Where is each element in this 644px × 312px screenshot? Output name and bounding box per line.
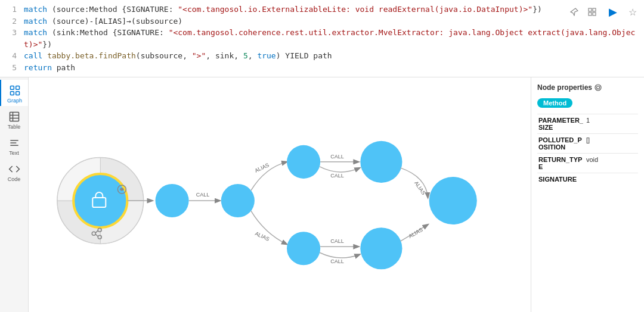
svg-text:CALL: CALL — [330, 258, 344, 264]
prop-key-2: RETURN_TYPE — [537, 154, 585, 173]
svg-text:CALL: CALL — [330, 238, 344, 244]
code-content-2: match (source)-[ALIAS]→(subsource) — [24, 15, 639, 27]
svg-rect-5 — [16, 86, 19, 90]
code-content-5: return path — [24, 62, 639, 74]
code-editor: ▶ ☆ 1match (source:Method {SIGNATURE: "<… — [0, 0, 644, 77]
svg-point-38 — [360, 141, 402, 183]
properties-table: PARAMETER_SIZE1POLLUTED_POSITION[]RETURN… — [537, 114, 638, 185]
svg-text:CALL: CALL — [330, 154, 344, 160]
prop-val-2: void — [585, 154, 638, 173]
svg-point-34 — [287, 145, 320, 179]
panel-title: Node properties — [537, 83, 638, 92]
code-content-4: call tabby.beta.findPath(subsource, ">",… — [24, 50, 639, 62]
prop-val-0: 1 — [585, 114, 638, 134]
bottom-area: Graph Table Text — [0, 77, 644, 312]
svg-text:ALIAS: ALIAS — [408, 226, 424, 239]
sidebar-item-text[interactable]: Text — [0, 132, 28, 158]
prop-row-0: PARAMETER_SIZE1 — [537, 114, 638, 134]
svg-rect-4 — [10, 86, 14, 90]
sidebar-item-table[interactable]: Table — [0, 106, 28, 132]
line-number-2: 2 — [5, 15, 17, 27]
code-line-3: 3match (sink:Method {SIGNATURE: "<com.ta… — [0, 27, 644, 50]
graph-area: CALL ALIAS ALIAS CALL CALL ALIAS — [29, 77, 531, 312]
svg-point-30 — [156, 184, 189, 217]
sidebar-table-label: Table — [8, 124, 21, 130]
code-content-3: match (sink:Method {SIGNATURE: "<com.tan… — [24, 27, 639, 50]
sidebar-graph-label: Graph — [7, 98, 22, 104]
sidebar-text-label: Text — [9, 150, 19, 156]
code-line-4: 4call tabby.beta.findPath(subsource, ">"… — [0, 50, 644, 62]
method-badge: Method — [537, 98, 572, 108]
prop-row-3: SIGNATURE — [537, 173, 638, 186]
code-line-2: 2match (source)-[ALIAS]→(subsource) — [0, 15, 644, 27]
line-number-1: 1 — [5, 4, 17, 15]
svg-text:CALL: CALL — [196, 192, 210, 198]
svg-point-25 — [120, 188, 123, 191]
code-line-5: 5return path — [0, 62, 644, 74]
star-button[interactable]: ☆ — [628, 7, 637, 18]
sidebar-code-label: Code — [8, 176, 21, 182]
top-toolbar: ▶ ☆ — [569, 4, 637, 20]
svg-point-44 — [360, 227, 402, 269]
svg-point-31 — [221, 184, 255, 217]
panel-title-text: Node properties — [537, 83, 592, 92]
svg-rect-3 — [593, 13, 596, 15]
code-content-1: match (source:Method {SIGNATURE: "<com.t… — [24, 4, 639, 15]
line-number-3: 3 — [5, 27, 17, 39]
svg-rect-0 — [589, 8, 592, 11]
svg-text:ALIAS: ALIAS — [254, 230, 270, 242]
svg-point-46 — [429, 177, 477, 224]
pin-icon[interactable] — [569, 7, 580, 17]
sidebar: Graph Table Text — [0, 77, 29, 312]
sidebar-item-code[interactable]: Code — [0, 158, 28, 185]
svg-rect-6 — [10, 92, 14, 95]
code-line-1: 1match (source:Method {SIGNATURE: "<com.… — [0, 4, 644, 15]
settings-icon[interactable] — [595, 84, 602, 91]
prop-key-1: POLLUTED_POSITION — [537, 134, 585, 154]
prop-row-1: POLLUTED_POSITION[] — [537, 134, 638, 154]
expand-icon[interactable] — [587, 7, 597, 17]
svg-rect-2 — [589, 13, 592, 15]
svg-rect-8 — [10, 113, 18, 121]
svg-rect-1 — [593, 8, 596, 11]
play-button[interactable]: ▶ — [605, 4, 621, 20]
svg-point-40 — [287, 232, 320, 265]
svg-rect-7 — [16, 92, 19, 95]
prop-val-1: [] — [585, 134, 638, 154]
line-number-5: 5 — [5, 62, 17, 74]
svg-text:ALIAS: ALIAS — [413, 180, 427, 196]
svg-point-47 — [597, 86, 600, 89]
code-lines: 1match (source:Method {SIGNATURE: "<com.… — [0, 4, 644, 73]
sidebar-item-graph[interactable]: Graph — [0, 80, 28, 106]
svg-text:CALL: CALL — [330, 173, 344, 179]
properties-panel: Node properties Method PARAMETER_SIZE1PO… — [531, 77, 644, 312]
prop-val-3 — [585, 173, 638, 186]
graph-svg: CALL ALIAS ALIAS CALL CALL ALIAS — [29, 77, 531, 312]
prop-key-3: SIGNATURE — [537, 173, 585, 186]
prop-row-2: RETURN_TYPEvoid — [537, 154, 638, 173]
line-number-4: 4 — [5, 50, 17, 62]
svg-point-48 — [595, 85, 601, 91]
prop-key-0: PARAMETER_SIZE — [537, 114, 585, 134]
